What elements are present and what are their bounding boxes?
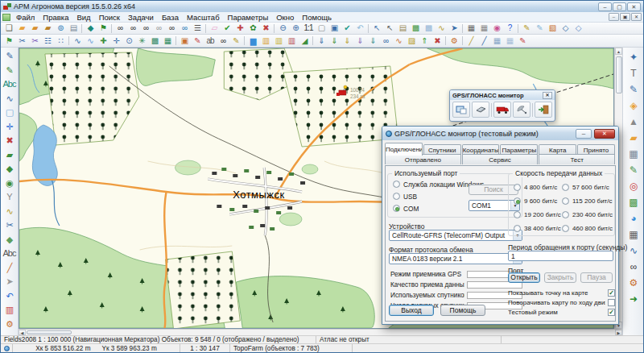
curve-tool-icon[interactable]: ∿ (2, 205, 17, 219)
satellite-icon[interactable]: ✦ (626, 49, 641, 65)
grid-m-icon[interactable]: ▦ (503, 35, 516, 47)
dialog-tab[interactable]: Подключение (385, 143, 423, 156)
ruler-1-icon[interactable]: ╱ (464, 35, 477, 47)
layer-legend-icon[interactable]: ⚑ (97, 23, 109, 34)
minimize-button[interactable] (598, 2, 612, 11)
gps-device-button[interactable] (472, 102, 489, 118)
mini-close-button[interactable] (543, 92, 552, 99)
mesh-region-icon[interactable]: ▩ (148, 35, 161, 47)
map-rainbow-icon[interactable]: ◕ (626, 210, 641, 226)
label-abc-2-icon[interactable]: Abc (2, 247, 17, 261)
polyline-nodes-icon[interactable]: ∿ (2, 92, 17, 106)
select-leaf-icon[interactable]: ✿ (246, 23, 259, 34)
topology-star-icon[interactable]: ✳ (135, 35, 148, 47)
child-close-button[interactable] (631, 13, 642, 21)
zoom-in-icon[interactable]: ⊕ (289, 23, 302, 34)
port-pause-button[interactable]: Пауза (580, 272, 613, 283)
menu-item-parameters[interactable]: Параметры (224, 13, 273, 22)
node-add-icon[interactable]: ✚ (97, 35, 109, 47)
dialog-minimize-button[interactable] (576, 129, 592, 139)
open-map-folder-icon[interactable]: ▰ (15, 23, 28, 34)
radio-option[interactable]: 115 200 бит/с (562, 194, 613, 208)
zoom-out-icon[interactable]: ⊖ (276, 23, 289, 34)
draw-pencil-icon[interactable]: ✎ (2, 49, 17, 64)
import-chart-icon[interactable]: ⇓ (341, 35, 353, 47)
cursor-arrow-icon[interactable]: ➤ (448, 23, 460, 34)
child-restore-button[interactable] (620, 13, 630, 21)
layers-icon[interactable]: ◆ (84, 23, 97, 34)
green-parcel-icon[interactable]: ▰ (2, 148, 17, 163)
antenna-icon[interactable]: ▲ (626, 114, 641, 130)
measure-route-icon[interactable]: ∿ (435, 23, 448, 34)
edit-nodes-w-icon[interactable]: ✎ (520, 23, 533, 34)
horizontal-scroll-thumb[interactable] (27, 330, 72, 334)
radio-option[interactable]: COM (393, 202, 469, 214)
edit-nodes-icon[interactable]: ✎ (533, 23, 546, 34)
scroll-up-icon[interactable] (615, 48, 622, 55)
checkbox-option[interactable]: Тестовый режим✓ (508, 307, 615, 317)
edit-vertices-icon[interactable]: ▧ (546, 23, 559, 34)
contour-layers-icon[interactable]: ◈ (626, 98, 641, 114)
import-map-1-icon[interactable]: ⇓ (315, 35, 328, 47)
harvester-icon[interactable]: ▣ (178, 35, 191, 47)
chart-bars-icon[interactable]: ▥ (272, 35, 285, 47)
track-pencil-icon[interactable]: ✎ (626, 81, 641, 98)
port-open-button[interactable]: Открыть (508, 272, 540, 283)
gear-icon[interactable]: ⚙ (626, 275, 641, 291)
truck-button[interactable] (493, 102, 511, 118)
help-button[interactable]: Помощь (440, 305, 485, 316)
map-edit-icon[interactable]: ✎ (626, 162, 641, 178)
attributes-clipboard-icon[interactable]: ▤ (396, 23, 409, 34)
print-setup-icon[interactable]: ▦ (477, 23, 490, 34)
protocol-select[interactable]: NMEA 0183 версии 2.1 (389, 253, 522, 264)
zoom-window-icon[interactable]: ▣ (328, 23, 341, 34)
checkbox-option[interactable]: Показывать точку на карте✓ (508, 288, 615, 297)
delete-node-icon[interactable]: ✖ (2, 134, 17, 148)
import-map-3-icon[interactable]: ⇓ (353, 35, 366, 47)
scissors-nodes-icon[interactable]: ✂ (2, 218, 17, 233)
cut-polygon-icon[interactable]: ✂ (28, 35, 41, 47)
search-more-icon[interactable]: ∞ (152, 23, 165, 34)
exit-gps-button[interactable] (535, 102, 552, 118)
search-binoculars-icon[interactable]: ∞ (114, 23, 126, 34)
clear-selection-icon[interactable]: ✖ (259, 23, 272, 34)
select-confirm-icon[interactable]: ✔ (221, 23, 233, 34)
import-folder-icon[interactable]: ▰ (28, 23, 41, 34)
polyline-tool-icon[interactable]: ◇ (572, 23, 584, 34)
align-nodes-icon[interactable]: ☷ (41, 35, 54, 47)
child-minimize-button[interactable] (609, 13, 619, 21)
dialog-tab[interactable]: Тест (539, 154, 615, 164)
mesh-grid-icon[interactable]: ▦ (161, 35, 174, 47)
search-text-icon[interactable]: ∞ (139, 23, 152, 34)
measure-pencil-icon[interactable]: ✎ (229, 35, 242, 47)
print-map-icon[interactable]: ▦ (464, 23, 477, 34)
save-map-icon[interactable]: ▰ (41, 23, 54, 34)
ruler-pencil-icon[interactable]: ╱ (2, 261, 17, 276)
search-attribute-icon[interactable]: ∞ (126, 23, 139, 34)
node-move-icon[interactable]: ✛ (109, 35, 122, 47)
dialog-close-button[interactable] (594, 129, 615, 139)
pin-measure-icon[interactable]: ✎ (516, 35, 529, 47)
pointer-select-icon[interactable]: ↖ (383, 23, 396, 34)
chart-elevation-icon[interactable]: ▆ (246, 35, 259, 47)
polyline-edit-icon[interactable]: ∿ (71, 35, 84, 47)
grid-mm-icon[interactable]: ▦ (490, 35, 503, 47)
polyline-smooth-icon[interactable]: ∿ (84, 35, 97, 47)
search-object-icon[interactable]: ∞ (165, 23, 178, 34)
menu-item-file[interactable]: Файл (12, 13, 39, 22)
scroll-left-icon[interactable] (19, 330, 26, 335)
select-rect-icon[interactable]: ▢ (2, 106, 17, 120)
menu-item-search[interactable]: Поиск (95, 13, 124, 22)
view-back-icon[interactable]: ↶ (353, 23, 366, 34)
import-note-icon[interactable]: ▨ (405, 35, 418, 47)
web-map-globe-icon[interactable]: ⊚ (54, 23, 67, 34)
settings-gear-2-icon[interactable]: ⚙ (2, 318, 17, 332)
export-up-icon[interactable]: ⇑ (418, 35, 431, 47)
radio-option[interactable]: Служба локации Windows (393, 178, 469, 190)
flashlight-icon[interactable]: ➤ (2, 275, 17, 289)
draw-pencil-green-icon[interactable]: ✎ (2, 64, 17, 78)
search-edit-icon[interactable]: ∞ (217, 35, 229, 47)
search-list-icon[interactable]: ☰ (191, 23, 204, 34)
copy-clipboard-icon[interactable]: ▤ (67, 23, 80, 34)
apply-view-icon[interactable]: ✔ (341, 23, 353, 34)
